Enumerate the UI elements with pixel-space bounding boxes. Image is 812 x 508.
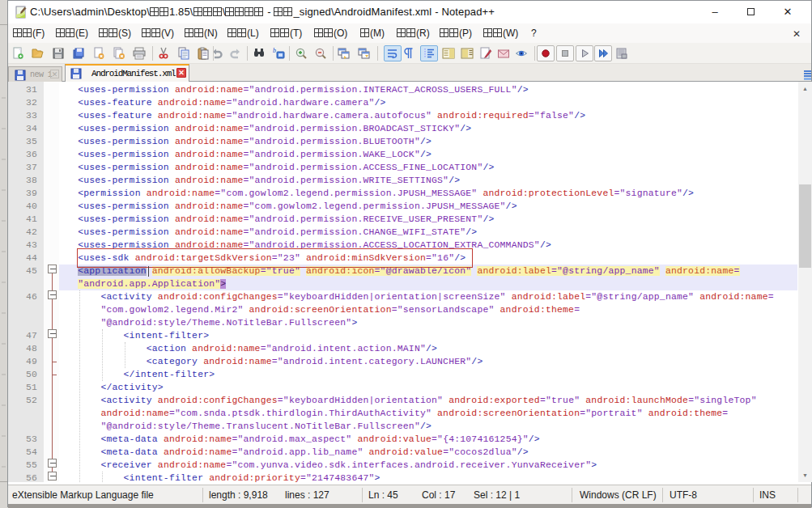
- svg-text:b: b: [273, 47, 276, 54]
